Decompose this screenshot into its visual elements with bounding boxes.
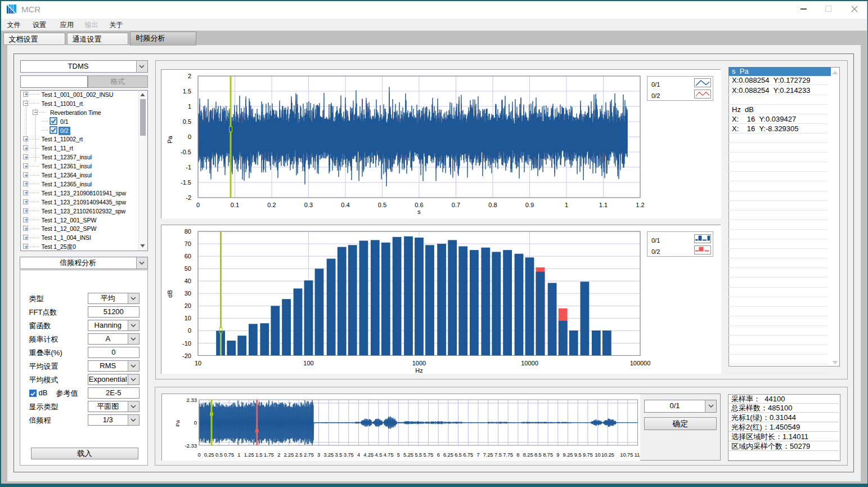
svg-text:4.75: 4.75 bbox=[383, 452, 393, 458]
svg-text:6.75: 6.75 bbox=[463, 452, 473, 458]
svg-text:40: 40 bbox=[185, 278, 191, 284]
svg-text:0.75: 0.75 bbox=[224, 452, 234, 458]
svg-text:Pa: Pa bbox=[167, 135, 173, 143]
svg-text:10: 10 bbox=[195, 360, 201, 367]
svg-text:1: 1 bbox=[237, 452, 240, 458]
svg-text:0.5: 0.5 bbox=[183, 118, 191, 125]
svg-text:9.5: 9.5 bbox=[574, 452, 581, 458]
svg-text:10: 10 bbox=[185, 315, 191, 321]
svg-text:8.5: 8.5 bbox=[534, 452, 541, 458]
svg-text:20: 20 bbox=[185, 302, 191, 309]
svg-text:5.5: 5.5 bbox=[415, 452, 422, 458]
svg-text:0: 0 bbox=[188, 327, 191, 334]
svg-text:9.25: 9.25 bbox=[563, 452, 573, 458]
svg-text:8: 8 bbox=[516, 452, 519, 458]
svg-text:10000: 10000 bbox=[521, 360, 538, 367]
svg-text:1.25: 1.25 bbox=[244, 452, 254, 458]
svg-text:0/2: 0/2 bbox=[651, 248, 660, 255]
svg-text:0.5: 0.5 bbox=[378, 202, 386, 208]
svg-text:2.33: 2.33 bbox=[186, 396, 197, 403]
svg-text:30: 30 bbox=[185, 290, 191, 297]
svg-text:0.5: 0.5 bbox=[215, 452, 223, 458]
svg-text:1: 1 bbox=[565, 202, 568, 208]
svg-text:10.25: 10.25 bbox=[601, 452, 614, 458]
svg-text:0.4: 0.4 bbox=[341, 202, 349, 208]
svg-text:Hz: Hz bbox=[415, 367, 422, 374]
svg-text:60: 60 bbox=[185, 253, 191, 260]
svg-text:0/1: 0/1 bbox=[651, 81, 660, 88]
svg-text:5.25: 5.25 bbox=[403, 452, 413, 458]
svg-text:2.25: 2.25 bbox=[284, 452, 294, 458]
svg-text:70: 70 bbox=[185, 240, 191, 247]
svg-text:100000: 100000 bbox=[630, 360, 651, 367]
svg-text:0.8: 0.8 bbox=[488, 202, 497, 208]
svg-text:0: 0 bbox=[197, 452, 200, 458]
svg-text:80: 80 bbox=[185, 228, 191, 235]
svg-text:1.5: 1.5 bbox=[183, 88, 191, 95]
svg-text:10.75: 10.75 bbox=[620, 452, 633, 458]
svg-text:4: 4 bbox=[357, 452, 359, 458]
svg-text:0.1: 0.1 bbox=[231, 202, 239, 208]
svg-text:6.5: 6.5 bbox=[455, 452, 462, 458]
svg-text:-1: -1 bbox=[186, 164, 191, 171]
svg-text:3: 3 bbox=[317, 452, 320, 458]
svg-text:3.5: 3.5 bbox=[335, 452, 342, 458]
svg-text:1: 1 bbox=[188, 103, 191, 110]
svg-text:7.75: 7.75 bbox=[503, 452, 513, 458]
svg-text:0: 0 bbox=[196, 202, 200, 208]
svg-text:7.25: 7.25 bbox=[483, 452, 493, 458]
svg-text:-2.33: -2.33 bbox=[185, 442, 197, 448]
svg-text:7.5: 7.5 bbox=[494, 452, 502, 458]
svg-text:0.2: 0.2 bbox=[267, 202, 276, 208]
svg-text:9.75: 9.75 bbox=[582, 452, 592, 458]
svg-text:0.25: 0.25 bbox=[204, 452, 214, 458]
svg-text:1.1: 1.1 bbox=[599, 202, 608, 208]
svg-text:8.75: 8.75 bbox=[543, 452, 553, 458]
svg-text:50: 50 bbox=[185, 265, 191, 272]
svg-text:-2: -2 bbox=[186, 194, 191, 201]
svg-text:2.75: 2.75 bbox=[303, 452, 313, 458]
svg-text:100: 100 bbox=[303, 360, 313, 367]
svg-text:4.25: 4.25 bbox=[363, 452, 374, 458]
svg-text:1.5: 1.5 bbox=[255, 452, 262, 458]
svg-text:-10: -10 bbox=[182, 340, 191, 347]
svg-text:2: 2 bbox=[277, 452, 280, 458]
svg-text:0: 0 bbox=[194, 419, 196, 426]
svg-text:5.75: 5.75 bbox=[423, 452, 433, 458]
svg-text:0.3: 0.3 bbox=[304, 202, 313, 208]
svg-text:1.2: 1.2 bbox=[636, 202, 644, 208]
svg-text:0.6: 0.6 bbox=[415, 202, 423, 208]
svg-text:9: 9 bbox=[556, 452, 559, 458]
svg-text:0/1: 0/1 bbox=[651, 237, 660, 244]
svg-text:0.7: 0.7 bbox=[452, 202, 460, 208]
svg-text:6.25: 6.25 bbox=[443, 452, 453, 458]
svg-text:3.25: 3.25 bbox=[323, 452, 334, 458]
svg-text:1000: 1000 bbox=[412, 360, 426, 367]
svg-text:11: 11 bbox=[634, 452, 640, 458]
svg-text:dB: dB bbox=[167, 290, 173, 297]
svg-text:4.5: 4.5 bbox=[375, 452, 382, 458]
svg-text:s: s bbox=[417, 208, 421, 215]
svg-text:0/2: 0/2 bbox=[651, 92, 660, 99]
svg-text:Pa: Pa bbox=[174, 419, 181, 426]
svg-text:0.9: 0.9 bbox=[525, 202, 534, 208]
svg-text:5: 5 bbox=[397, 452, 399, 458]
svg-text:10: 10 bbox=[595, 452, 600, 458]
svg-text:6: 6 bbox=[437, 452, 439, 458]
svg-text:-0.5: -0.5 bbox=[181, 149, 191, 155]
svg-text:-1.5: -1.5 bbox=[181, 179, 191, 186]
svg-text:1.75: 1.75 bbox=[264, 452, 274, 458]
svg-text:-20: -20 bbox=[182, 352, 191, 359]
svg-text:2: 2 bbox=[188, 73, 191, 79]
svg-text:7: 7 bbox=[476, 452, 479, 458]
svg-text:2.5: 2.5 bbox=[295, 452, 302, 458]
svg-text:8.25: 8.25 bbox=[523, 452, 533, 458]
svg-text:0: 0 bbox=[188, 133, 191, 140]
svg-text:3.75: 3.75 bbox=[343, 452, 353, 458]
